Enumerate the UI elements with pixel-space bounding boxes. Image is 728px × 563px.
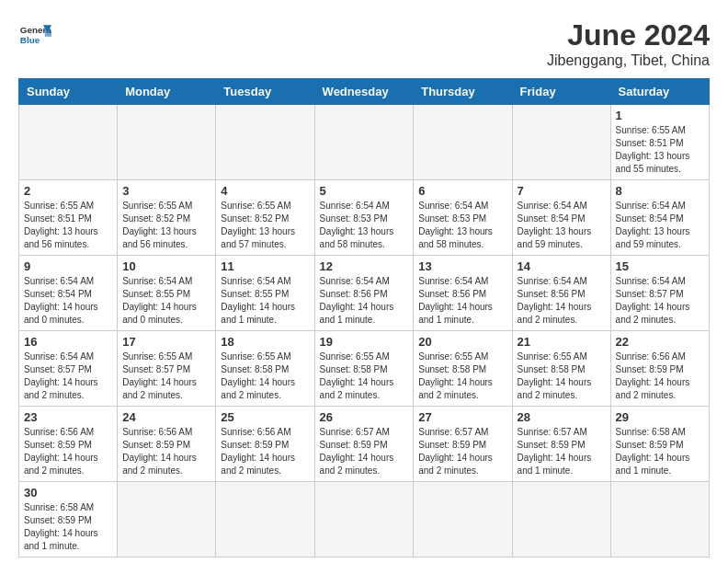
page-subtitle: Jibenggang, Tibet, China: [547, 52, 710, 69]
calendar-cell: 27Sunrise: 6:57 AM Sunset: 8:59 PM Dayli…: [414, 407, 512, 482]
calendar-cell: 6Sunrise: 6:54 AM Sunset: 8:53 PM Daylig…: [414, 180, 512, 256]
day-info: Sunrise: 6:54 AM Sunset: 8:56 PM Dayligh…: [418, 275, 506, 327]
day-number: 8: [616, 184, 704, 198]
day-number: 6: [418, 184, 506, 198]
calendar-cell: 23Sunrise: 6:56 AM Sunset: 8:59 PM Dayli…: [19, 407, 118, 482]
day-info: Sunrise: 6:55 AM Sunset: 8:57 PM Dayligh…: [122, 350, 210, 402]
calendar-cell: 21Sunrise: 6:55 AM Sunset: 8:58 PM Dayli…: [512, 331, 610, 407]
day-info: Sunrise: 6:55 AM Sunset: 8:51 PM Dayligh…: [616, 124, 704, 176]
calendar-cell: 28Sunrise: 6:57 AM Sunset: 8:59 PM Dayli…: [512, 407, 610, 482]
day-number: 13: [418, 259, 506, 273]
calendar-cell: [118, 105, 216, 180]
page-title: June 2024: [547, 18, 710, 52]
calendar-cell: [216, 482, 314, 557]
calendar-cell: 29Sunrise: 6:58 AM Sunset: 8:59 PM Dayli…: [610, 407, 709, 482]
calendar-cell: 8Sunrise: 6:54 AM Sunset: 8:54 PM Daylig…: [610, 180, 709, 256]
day-info: Sunrise: 6:54 AM Sunset: 8:56 PM Dayligh…: [518, 275, 606, 327]
calendar-row-2: 2Sunrise: 6:55 AM Sunset: 8:51 PM Daylig…: [19, 180, 710, 256]
day-number: 14: [518, 259, 606, 273]
day-info: Sunrise: 6:54 AM Sunset: 8:55 PM Dayligh…: [122, 275, 210, 327]
day-info: Sunrise: 6:57 AM Sunset: 8:59 PM Dayligh…: [518, 426, 606, 477]
calendar-cell: 2Sunrise: 6:55 AM Sunset: 8:51 PM Daylig…: [19, 180, 118, 256]
day-number: 5: [320, 184, 409, 198]
calendar-cell: 24Sunrise: 6:56 AM Sunset: 8:59 PM Dayli…: [118, 407, 216, 482]
calendar-cell: [19, 105, 118, 180]
calendar-row-5: 23Sunrise: 6:56 AM Sunset: 8:59 PM Dayli…: [19, 407, 710, 482]
calendar-cell: [216, 105, 314, 180]
day-info: Sunrise: 6:58 AM Sunset: 8:59 PM Dayligh…: [24, 501, 112, 553]
day-info: Sunrise: 6:58 AM Sunset: 8:59 PM Dayligh…: [616, 426, 704, 477]
day-number: 12: [320, 259, 409, 273]
day-info: Sunrise: 6:55 AM Sunset: 8:52 PM Dayligh…: [221, 200, 309, 251]
day-number: 22: [616, 335, 704, 349]
calendar-cell: [512, 482, 610, 557]
weekday-header-friday: Friday: [512, 79, 610, 105]
day-info: Sunrise: 6:55 AM Sunset: 8:52 PM Dayligh…: [122, 200, 210, 251]
page-header: General Blue June 2024 Jibenggang, Tibet…: [18, 18, 710, 69]
day-info: Sunrise: 6:55 AM Sunset: 8:58 PM Dayligh…: [518, 350, 606, 402]
calendar-cell: 13Sunrise: 6:54 AM Sunset: 8:56 PM Dayli…: [414, 256, 512, 331]
calendar-cell: 17Sunrise: 6:55 AM Sunset: 8:57 PM Dayli…: [118, 331, 216, 407]
calendar-cell: [314, 105, 414, 180]
calendar-row-1: 1Sunrise: 6:55 AM Sunset: 8:51 PM Daylig…: [19, 105, 710, 180]
calendar-cell: [414, 482, 512, 557]
calendar-cell: 7Sunrise: 6:54 AM Sunset: 8:54 PM Daylig…: [512, 180, 610, 256]
day-info: Sunrise: 6:56 AM Sunset: 8:59 PM Dayligh…: [616, 350, 704, 402]
calendar-cell: [610, 482, 709, 557]
calendar-cell: 30Sunrise: 6:58 AM Sunset: 8:59 PM Dayli…: [19, 482, 118, 557]
logo: General Blue: [18, 18, 51, 52]
day-info: Sunrise: 6:55 AM Sunset: 8:58 PM Dayligh…: [418, 350, 506, 402]
day-number: 17: [122, 335, 210, 349]
calendar-cell: [118, 482, 216, 557]
calendar-cell: 10Sunrise: 6:54 AM Sunset: 8:55 PM Dayli…: [118, 256, 216, 331]
day-number: 26: [320, 410, 409, 424]
calendar-cell: 18Sunrise: 6:55 AM Sunset: 8:58 PM Dayli…: [216, 331, 314, 407]
svg-marker-3: [45, 30, 51, 37]
calendar-cell: 25Sunrise: 6:56 AM Sunset: 8:59 PM Dayli…: [216, 407, 314, 482]
day-info: Sunrise: 6:54 AM Sunset: 8:55 PM Dayligh…: [221, 275, 309, 327]
day-number: 3: [122, 184, 210, 198]
day-info: Sunrise: 6:57 AM Sunset: 8:59 PM Dayligh…: [320, 426, 409, 477]
day-number: 9: [24, 259, 112, 273]
day-info: Sunrise: 6:55 AM Sunset: 8:58 PM Dayligh…: [320, 350, 409, 402]
day-info: Sunrise: 6:54 AM Sunset: 8:53 PM Dayligh…: [320, 200, 409, 251]
day-number: 1: [616, 109, 704, 122]
calendar-cell: 12Sunrise: 6:54 AM Sunset: 8:56 PM Dayli…: [314, 256, 414, 331]
day-info: Sunrise: 6:54 AM Sunset: 8:54 PM Dayligh…: [616, 200, 704, 251]
calendar-row-4: 16Sunrise: 6:54 AM Sunset: 8:57 PM Dayli…: [19, 331, 710, 407]
day-number: 4: [221, 184, 309, 198]
day-info: Sunrise: 6:54 AM Sunset: 8:56 PM Dayligh…: [320, 275, 409, 327]
calendar-cell: 9Sunrise: 6:54 AM Sunset: 8:54 PM Daylig…: [19, 256, 118, 331]
day-number: 11: [221, 259, 309, 273]
title-block: June 2024 Jibenggang, Tibet, China: [547, 18, 710, 69]
day-info: Sunrise: 6:54 AM Sunset: 8:54 PM Dayligh…: [24, 275, 112, 327]
day-info: Sunrise: 6:56 AM Sunset: 8:59 PM Dayligh…: [24, 426, 112, 477]
day-number: 21: [518, 335, 606, 349]
day-number: 29: [616, 410, 704, 424]
day-info: Sunrise: 6:55 AM Sunset: 8:58 PM Dayligh…: [221, 350, 309, 402]
calendar-cell: 4Sunrise: 6:55 AM Sunset: 8:52 PM Daylig…: [216, 180, 314, 256]
day-number: 25: [221, 410, 309, 424]
weekday-header-thursday: Thursday: [414, 79, 512, 105]
day-number: 15: [616, 259, 704, 273]
calendar-cell: 16Sunrise: 6:54 AM Sunset: 8:57 PM Dayli…: [19, 331, 118, 407]
day-info: Sunrise: 6:54 AM Sunset: 8:57 PM Dayligh…: [24, 350, 112, 402]
calendar-cell: 11Sunrise: 6:54 AM Sunset: 8:55 PM Dayli…: [216, 256, 314, 331]
calendar-cell: [414, 105, 512, 180]
weekday-header-monday: Monday: [118, 79, 216, 105]
calendar-cell: 15Sunrise: 6:54 AM Sunset: 8:57 PM Dayli…: [610, 256, 709, 331]
calendar-cell: 1Sunrise: 6:55 AM Sunset: 8:51 PM Daylig…: [610, 105, 709, 180]
day-number: 7: [518, 184, 606, 198]
calendar-table: SundayMondayTuesdayWednesdayThursdayFrid…: [18, 78, 710, 557]
calendar-row-3: 9Sunrise: 6:54 AM Sunset: 8:54 PM Daylig…: [19, 256, 710, 331]
day-number: 10: [122, 259, 210, 273]
day-number: 27: [418, 410, 506, 424]
day-info: Sunrise: 6:54 AM Sunset: 8:57 PM Dayligh…: [616, 275, 704, 327]
weekday-header-tuesday: Tuesday: [216, 79, 314, 105]
calendar-cell: [512, 105, 610, 180]
calendar-cell: 5Sunrise: 6:54 AM Sunset: 8:53 PM Daylig…: [314, 180, 414, 256]
day-number: 16: [24, 335, 112, 349]
day-number: 23: [24, 410, 112, 424]
calendar-cell: 26Sunrise: 6:57 AM Sunset: 8:59 PM Dayli…: [314, 407, 414, 482]
day-number: 30: [24, 486, 112, 500]
